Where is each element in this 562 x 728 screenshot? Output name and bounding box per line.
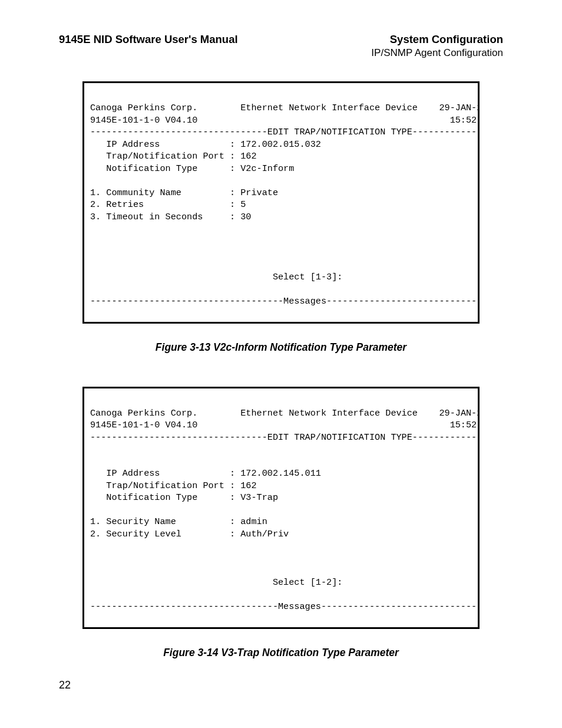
page-number: 22 (59, 679, 71, 691)
notification-type-value: V2c-Inform (240, 163, 294, 174)
date: 29-JAN-2009 (439, 408, 480, 419)
messages-rule: -----------------------------------Messa… (90, 601, 480, 612)
page-header: 9145E NID Software User's Manual System … (59, 33, 503, 46)
device-type: Ethernet Network Interface Device (240, 408, 418, 419)
section-title: System Configuration (390, 33, 503, 46)
retries-label: 2. Retries : (90, 199, 235, 210)
manual-title: 9145E NID Software User's Manual (59, 33, 238, 46)
security-name-value: admin (240, 516, 267, 527)
security-name-label: 1. Security Name : (90, 516, 235, 527)
model-version: 9145E-101-1-0 V04.10 (90, 420, 197, 430)
section-subtitle: IP/SNMP Agent Configuration (59, 47, 503, 59)
company: Canoga Perkins Corp. (90, 103, 197, 113)
security-level-label: 2. Security Level : (90, 529, 235, 539)
select-prompt[interactable]: Select [1-2]: (90, 577, 342, 588)
notification-type-label: Notification Type : (90, 492, 235, 503)
time: 15:52:50 (450, 115, 480, 126)
date: 29-JAN-2009 (439, 103, 480, 113)
select-prompt[interactable]: Select [1-3]: (90, 272, 342, 282)
section-rule: ---------------------------------EDIT TR… (90, 432, 480, 443)
ip-address-label: IP Address : (90, 468, 235, 479)
figure-caption-3-13: Figure 3-13 V2c-Inform Notification Type… (59, 341, 503, 354)
notification-type-value: V3-Trap (240, 492, 278, 503)
messages-rule: ------------------------------------Mess… (90, 296, 480, 307)
trap-port-value: 162 (240, 151, 256, 162)
trap-port-label: Trap/Notification Port : (90, 480, 235, 491)
document-page: 9145E NID Software User's Manual System … (0, 0, 562, 659)
trap-port-label: Trap/Notification Port : (90, 151, 235, 162)
model-version: 9145E-101-1-0 V04.10 (90, 115, 197, 126)
community-name-label: 1. Community Name : (90, 187, 235, 198)
time: 15:52:50 (450, 420, 480, 430)
security-level-value: Auth/Priv (240, 529, 289, 539)
figure-caption-3-14: Figure 3-14 V3-Trap Notification Type Pa… (59, 647, 503, 659)
trap-port-value: 162 (240, 480, 256, 491)
ip-address-value: 172.002.015.032 (240, 139, 321, 150)
community-name-value: Private (240, 187, 278, 198)
device-type: Ethernet Network Interface Device (240, 103, 418, 113)
retries-value: 5 (240, 199, 246, 210)
notification-type-label: Notification Type : (90, 163, 235, 174)
ip-address-label: IP Address : (90, 139, 235, 150)
terminal-fig-3-13: Canoga Perkins Corp. Ethernet Network In… (82, 81, 480, 324)
terminal-fig-3-14: Canoga Perkins Corp. Ethernet Network In… (82, 387, 480, 629)
ip-address-value: 172.002.145.011 (240, 468, 321, 479)
company: Canoga Perkins Corp. (90, 408, 197, 419)
timeout-value: 30 (240, 212, 251, 222)
section-rule: ---------------------------------EDIT TR… (90, 127, 480, 137)
timeout-label: 3. Timeout in Seconds : (90, 212, 235, 222)
